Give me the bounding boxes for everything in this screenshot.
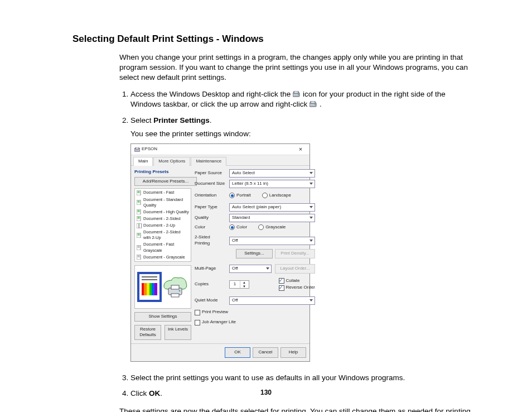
portrait-radio[interactable]: Portrait xyxy=(229,193,251,199)
preset-list[interactable]: Document - Fast Document - Standard Qual… xyxy=(134,188,191,261)
copies-down-icon[interactable]: ▼ xyxy=(240,284,248,288)
landscape-radio[interactable]: Landscape xyxy=(262,193,291,199)
paper-source-label: Paper Source xyxy=(195,170,226,176)
svg-rect-21 xyxy=(139,223,142,228)
svg-point-5 xyxy=(315,104,316,106)
print-density-button[interactable]: Print Density... xyxy=(275,249,315,258)
svg-rect-33 xyxy=(171,294,179,297)
list-item[interactable]: Document - 2-Sided xyxy=(136,215,190,222)
outro-paragraph: These settings are now the defaults sele… xyxy=(119,406,471,412)
ok-button[interactable]: OK xyxy=(225,347,250,358)
reverse-order-checkbox[interactable]: Reverse Order xyxy=(279,285,315,291)
orientation-label: Orientation xyxy=(195,193,226,199)
quiet-mode-label: Quiet Mode xyxy=(195,298,226,304)
step-2-text-a: Select xyxy=(130,116,153,124)
job-arranger-checkbox[interactable]: Job Arranger Lite xyxy=(195,319,236,325)
list-item[interactable]: Document - Fast Grayscale xyxy=(136,241,190,253)
step-1-text-a: Access the Windows Desktop and right-cli… xyxy=(130,90,293,98)
printer-settings-dialog: EPSON × Main More Options Maintenance xyxy=(130,143,310,362)
tab-more-options[interactable]: More Options xyxy=(153,157,190,166)
document-size-label: Document Size xyxy=(195,181,226,187)
layout-order-button[interactable]: Layout Order... xyxy=(275,264,315,274)
product-tray-icon xyxy=(293,90,301,96)
quiet-mode-select[interactable]: Off xyxy=(229,296,315,305)
document-size-select[interactable]: Letter (8.5 x 11 in) xyxy=(229,180,315,188)
step-2-bold: Printer Settings xyxy=(153,116,210,124)
page-number: 130 xyxy=(0,389,532,396)
svg-rect-20 xyxy=(137,223,139,228)
grayscale-radio[interactable]: Grayscale xyxy=(258,224,286,231)
restore-defaults-button[interactable]: Restore Defaults xyxy=(134,325,161,341)
preview-box xyxy=(134,265,191,309)
paper-type-label: Paper Type xyxy=(195,204,226,210)
list-item[interactable]: Document - 2-Up xyxy=(136,222,190,229)
intro-paragraph: When you change your print settings in a… xyxy=(119,52,471,83)
step-2-text-c: . xyxy=(210,116,212,124)
product-tray-icon-2 xyxy=(309,100,317,106)
cancel-button[interactable]: Cancel xyxy=(253,347,278,358)
list-item[interactable]: Document - High Quality xyxy=(136,209,190,215)
print-preview-checkbox[interactable]: Print Preview xyxy=(195,309,228,315)
svg-rect-32 xyxy=(171,285,179,289)
svg-point-34 xyxy=(179,290,181,291)
two-sided-select[interactable]: Off xyxy=(229,237,315,245)
step-3: Select the print settings you want to us… xyxy=(130,373,471,383)
two-sided-settings-button[interactable]: Settings... xyxy=(236,249,273,258)
color-radio[interactable]: Color xyxy=(229,224,247,231)
color-label: Color xyxy=(195,224,226,231)
step-1-text-c: . xyxy=(320,100,322,108)
list-item[interactable]: Document - Fast xyxy=(136,189,190,196)
multi-page-label: Multi-Page xyxy=(195,266,226,272)
svg-rect-7 xyxy=(136,147,139,149)
paper-type-select[interactable]: Auto Select (plain paper) xyxy=(229,203,315,212)
svg-point-2 xyxy=(298,94,299,95)
copies-value: 1 xyxy=(230,281,240,288)
collate-checkbox[interactable]: Collate xyxy=(279,278,315,284)
list-item[interactable]: Document - 2-Sided with 2-Up xyxy=(136,229,190,241)
copies-spinner[interactable]: 1 ▲▼ xyxy=(229,280,249,289)
show-settings-button[interactable]: Show Settings xyxy=(134,312,191,322)
printer-graphic-icon xyxy=(162,276,188,298)
printing-presets-title: Printing Presets xyxy=(134,169,191,175)
preview-page-icon xyxy=(137,272,162,302)
list-item[interactable]: Document - Grayscale xyxy=(136,254,190,261)
svg-rect-4 xyxy=(311,101,315,103)
dialog-title: EPSON xyxy=(142,146,157,152)
close-button[interactable]: × xyxy=(295,146,306,152)
add-remove-presets-button[interactable]: Add/Remove Presets... xyxy=(134,177,197,186)
two-sided-label: 2-Sided Printing xyxy=(195,234,226,247)
section-title: Selecting Default Print Settings - Windo… xyxy=(72,33,471,45)
help-button[interactable]: Help xyxy=(280,347,306,358)
step-1: Access the Windows Desktop and right-cli… xyxy=(130,89,471,109)
step-2-sub: You see the printer settings window: xyxy=(130,129,471,139)
copies-label: Copies xyxy=(195,281,226,288)
tab-maintenance[interactable]: Maintenance xyxy=(191,157,226,166)
tab-main[interactable]: Main xyxy=(133,157,153,166)
quality-select[interactable]: Standard xyxy=(229,214,315,222)
printer-icon xyxy=(134,147,140,152)
tabs: Main More Options Maintenance xyxy=(131,155,309,165)
paper-source-select[interactable]: Auto Select xyxy=(229,169,315,178)
titlebar: EPSON × xyxy=(131,144,309,155)
ink-levels-button[interactable]: Ink Levels xyxy=(165,325,191,341)
step-2: Select Printer Settings. You see the pri… xyxy=(130,116,471,362)
svg-rect-1 xyxy=(294,91,298,93)
list-item[interactable]: Document - Standard Quality xyxy=(136,197,190,209)
quality-label: Quality xyxy=(195,215,226,221)
multi-page-select[interactable]: Off xyxy=(229,265,272,273)
